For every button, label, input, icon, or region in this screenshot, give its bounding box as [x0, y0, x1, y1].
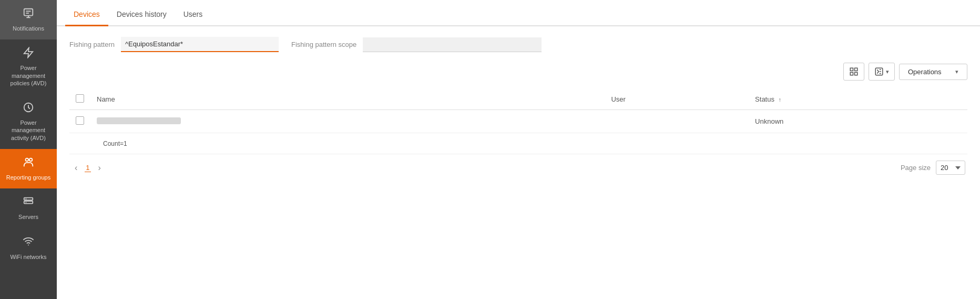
operations-chevron-icon: ▾ [955, 68, 958, 75]
excel-icon [874, 67, 884, 76]
fishing-pattern-scope-group: Fishing pattern scope [291, 37, 542, 52]
pagination: ‹ 1 › Page size 10 20 50 100 [69, 161, 967, 175]
page-size-select[interactable]: 10 20 50 100 [936, 161, 965, 175]
table-header-row: Name User Status ↑ [69, 89, 967, 110]
toolbar: ▾ Operations ▾ [69, 63, 967, 81]
excel-chevron-icon: ▾ [886, 68, 889, 75]
tabs-bar: Devices Devices history Users [57, 0, 980, 26]
sidebar-item-notifications[interactable]: Notifications [0, 0, 57, 39]
fishing-pattern-label: Fishing pattern [69, 41, 115, 48]
fishing-pattern-scope-label: Fishing pattern scope [291, 41, 356, 48]
column-checkbox [69, 89, 90, 110]
svg-rect-0 [24, 9, 33, 16]
devices-table: Name User Status ↑ [69, 89, 967, 154]
pagination-controls: ‹ 1 › [72, 162, 104, 174]
filter-row: Fishing pattern Fishing pattern scope [69, 37, 967, 52]
servers-icon [23, 196, 34, 211]
svg-rect-6 [24, 198, 33, 201]
count-label: Count=1 [97, 136, 134, 152]
wifi-icon [23, 236, 34, 251]
sidebar-item-reporting-groups[interactable]: Reporting groups [0, 149, 57, 188]
row-user-cell [605, 110, 749, 133]
column-user: User [605, 89, 749, 110]
sidebar-label-wifi: WiFi networks [10, 253, 46, 261]
column-status[interactable]: Status ↑ [749, 89, 967, 110]
settings-icon [849, 67, 859, 76]
fishing-pattern-input[interactable] [121, 37, 279, 52]
main-content: Devices Devices history Users Fishing pa… [57, 0, 980, 299]
sidebar-label-reporting-groups: Reporting groups [6, 174, 50, 181]
tab-users[interactable]: Users [175, 4, 211, 26]
svg-point-8 [26, 198, 27, 200]
sidebar: Notifications Power management policies … [0, 0, 57, 299]
sidebar-label-servers: Servers [18, 213, 38, 221]
operations-label: Operations [908, 68, 942, 76]
sidebar-item-wifi[interactable]: WiFi networks [0, 228, 57, 268]
content-area: Fishing pattern Fishing pattern scope [57, 26, 980, 299]
row-checkbox-cell [69, 110, 90, 133]
sidebar-label-power-policies: Power management policies (AVD) [4, 64, 53, 87]
table-row: Unknown [69, 110, 967, 133]
row-checkbox[interactable] [76, 116, 84, 125]
svg-point-10 [28, 244, 29, 245]
tab-devices-history[interactable]: Devices history [108, 4, 175, 26]
power-policies-icon [23, 47, 34, 62]
count-row: Count=1 [69, 133, 967, 154]
svg-rect-7 [24, 201, 33, 204]
device-name-blurred [97, 117, 181, 124]
svg-point-4 [26, 158, 29, 162]
sort-asc-icon: ↑ [779, 96, 782, 103]
sidebar-item-servers[interactable]: Servers [0, 188, 57, 228]
row-status-cell: Unknown [749, 110, 967, 133]
svg-rect-13 [850, 73, 853, 75]
row-name-cell [90, 110, 605, 133]
reporting-groups-icon [23, 156, 34, 171]
svg-point-9 [26, 202, 27, 203]
fishing-pattern-scope-input[interactable] [363, 37, 542, 52]
excel-export-button[interactable]: ▾ [869, 63, 895, 81]
fishing-pattern-group: Fishing pattern [69, 37, 279, 52]
power-activity-icon [23, 102, 34, 116]
page-size-label: Page size [901, 164, 931, 172]
next-page-button[interactable]: › [95, 162, 104, 174]
prev-page-button[interactable]: ‹ [72, 162, 80, 174]
svg-rect-11 [850, 68, 853, 71]
current-page[interactable]: 1 [85, 164, 90, 172]
operations-button[interactable]: Operations ▾ [899, 64, 967, 80]
settings-button[interactable] [843, 63, 864, 81]
notifications-icon [23, 7, 34, 22]
tab-devices[interactable]: Devices [65, 4, 108, 26]
svg-point-5 [29, 158, 33, 162]
select-all-checkbox[interactable] [76, 94, 84, 103]
svg-rect-14 [855, 73, 858, 75]
sidebar-label-power-activity: Power management activity (AVD) [4, 119, 53, 142]
svg-rect-12 [855, 68, 858, 71]
sidebar-label-notifications: Notifications [13, 25, 44, 32]
page-size-controls: Page size 10 20 50 100 [901, 161, 965, 175]
column-name: Name [90, 89, 605, 110]
sidebar-item-power-activity[interactable]: Power management activity (AVD) [0, 94, 57, 149]
sidebar-item-power-policies[interactable]: Power management policies (AVD) [0, 39, 57, 94]
